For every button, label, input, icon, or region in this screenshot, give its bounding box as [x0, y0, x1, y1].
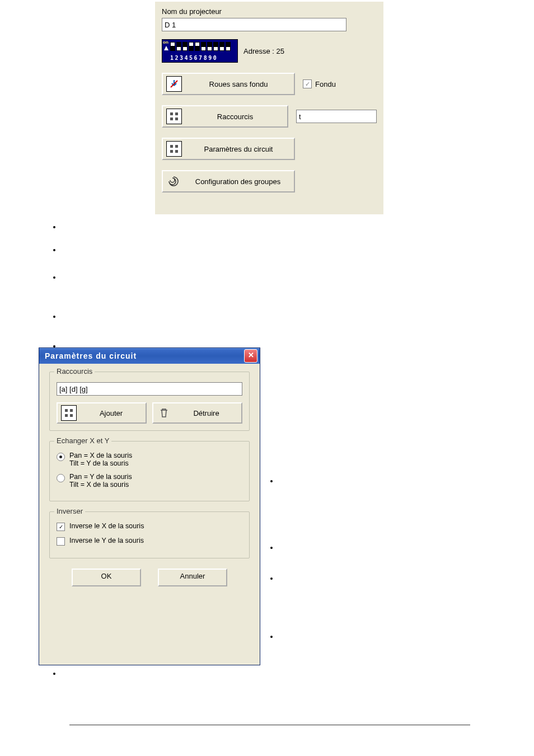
- svg-rect-1: [175, 112, 178, 115]
- group-config-button-label: Configuration des groupes: [185, 177, 291, 186]
- dip-switch-display: on 1234567890: [162, 39, 238, 63]
- swap-xy-group: Echanger X et Y Pan = X de la souris Til…: [49, 441, 250, 501]
- delete-button-label: Détruire: [175, 409, 238, 417]
- bullet-item: [62, 222, 509, 233]
- svg-rect-11: [70, 414, 73, 417]
- address-label: Adresse : 25: [243, 47, 284, 55]
- side-bullet-list: [268, 632, 514, 641]
- circuit-params-dialog: Paramètres du circuit ✕ Raccourcis Ajout…: [39, 348, 260, 665]
- dip-switch: [207, 42, 212, 51]
- svg-rect-6: [170, 150, 173, 153]
- raccourcis-button[interactable]: Raccourcis: [162, 105, 288, 128]
- roues-button-label: Roues sans fondu: [186, 80, 291, 88]
- add-button-label: Ajouter: [80, 409, 142, 417]
- dialog-title-bar: Paramètres du circuit ✕: [39, 348, 260, 364]
- invert-group-legend: Inverser: [54, 507, 85, 515]
- projector-settings-panel: Nom du projecteur on 1234567890 Adresse …: [155, 2, 383, 214]
- pan-y-radio-label: Pan = Y de la souris Tilt = X de la sour…: [69, 473, 132, 489]
- dip-switch: [195, 42, 200, 51]
- raccourcis-list-input[interactable]: [57, 382, 242, 396]
- dip-on-label: on: [162, 40, 169, 45]
- bullet-item: [62, 669, 509, 678]
- raccourcis-group: Raccourcis Ajouter Détruire: [49, 372, 250, 431]
- bullet-item: [62, 272, 509, 284]
- side-bullet-list: [268, 543, 514, 552]
- svg-rect-10: [65, 414, 68, 417]
- description-bullet-list: [50, 222, 509, 364]
- ok-button[interactable]: OK: [72, 569, 141, 586]
- svg-rect-8: [65, 409, 68, 412]
- bullet-item: [62, 311, 509, 323]
- close-button[interactable]: ✕: [244, 349, 257, 363]
- pan-x-radio[interactable]: [57, 453, 65, 461]
- roues-sans-fondu-button[interactable]: Roues sans fondu: [162, 73, 295, 95]
- svg-rect-2: [170, 118, 173, 120]
- projector-name-input[interactable]: [162, 18, 346, 31]
- footer-divider: [69, 725, 470, 725]
- svg-rect-9: [70, 409, 73, 412]
- raccourcis-group-legend: Raccourcis: [54, 367, 95, 375]
- dip-numbers: 1234567890: [170, 55, 218, 61]
- circuit-params-button-label: Paramètres du circuit: [186, 145, 291, 153]
- projector-name-label: Nom du projecteur: [162, 7, 377, 16]
- dip-switch: [226, 42, 231, 51]
- bullet-item: [279, 543, 514, 552]
- cancel-button[interactable]: Annuler: [158, 569, 227, 586]
- grid-icon: [61, 405, 77, 421]
- invert-y-label: Inverse le Y de la souris: [69, 537, 144, 544]
- dip-switch: [189, 42, 194, 51]
- trash-icon: [157, 406, 171, 420]
- pan-x-radio-label: Pan = X de la souris Tilt = Y de la sour…: [69, 452, 132, 467]
- svg-rect-4: [170, 145, 173, 148]
- bullet-item: [279, 632, 514, 641]
- svg-rect-0: [170, 112, 173, 115]
- grid-icon: [166, 109, 182, 124]
- dip-switch: [170, 42, 175, 51]
- add-shortcut-button[interactable]: Ajouter: [57, 402, 147, 424]
- svg-rect-7: [175, 150, 178, 153]
- arrow-down-icon: [166, 76, 182, 92]
- raccourcis-button-label: Raccourcis: [186, 112, 284, 121]
- bullet-item: [279, 574, 514, 583]
- dip-switch: [219, 42, 224, 51]
- spiral-icon: [166, 174, 181, 189]
- dip-switch: [176, 42, 181, 51]
- swap-xy-legend: Echanger X et Y: [54, 436, 111, 445]
- dialog-title: Paramètres du circuit: [45, 351, 137, 360]
- close-icon: ✕: [248, 351, 254, 359]
- bottom-bullet-list: [50, 669, 509, 678]
- invert-y-checkbox[interactable]: [57, 537, 65, 546]
- svg-rect-5: [175, 145, 178, 148]
- dip-switch: [213, 42, 218, 51]
- fondu-checkbox-label: Fondu: [315, 80, 336, 88]
- side-bullet-list: [268, 574, 514, 583]
- pan-y-radio[interactable]: [57, 474, 65, 482]
- invert-group: Inverser Inverse le X de la souris Inver…: [49, 511, 250, 558]
- dip-switch: [182, 42, 188, 51]
- circuit-params-button[interactable]: Paramètres du circuit: [162, 138, 295, 160]
- raccourcis-input[interactable]: [296, 110, 377, 123]
- side-bullet-list: [268, 477, 514, 485]
- dip-arrow-icon: [164, 46, 168, 50]
- invert-x-label: Inverse le X de la souris: [69, 522, 144, 530]
- svg-rect-3: [175, 118, 178, 120]
- fondu-checkbox[interactable]: ✓: [303, 79, 312, 88]
- dip-switch: [201, 42, 206, 51]
- group-config-button[interactable]: Configuration des groupes: [162, 170, 295, 192]
- invert-x-checkbox[interactable]: [57, 523, 65, 531]
- bullet-item: [62, 245, 509, 256]
- bullet-item: [279, 477, 514, 485]
- delete-shortcut-button[interactable]: Détruire: [152, 402, 242, 424]
- grid-icon: [166, 141, 182, 157]
